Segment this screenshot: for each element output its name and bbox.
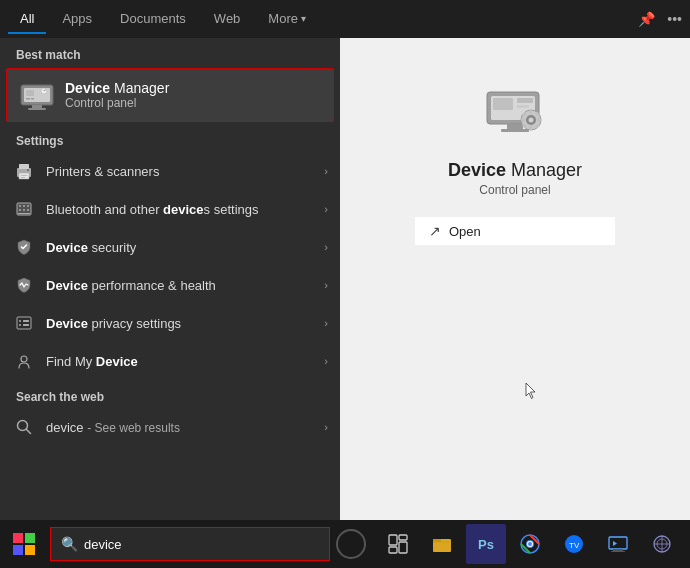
pin-icon[interactable]: 📌 <box>638 11 655 27</box>
svg-rect-27 <box>23 324 29 326</box>
start-button[interactable] <box>0 520 48 568</box>
chevron-right-icon: › <box>324 203 328 215</box>
search-web-icon <box>12 415 36 439</box>
chevron-right-icon: › <box>324 279 328 291</box>
svg-rect-51 <box>13 545 23 555</box>
ps-icon[interactable]: Ps <box>466 524 506 564</box>
svg-rect-7 <box>31 98 34 100</box>
svg-rect-34 <box>517 98 533 103</box>
svg-rect-33 <box>493 98 513 110</box>
svg-rect-53 <box>389 535 397 545</box>
app-subtitle: Control panel <box>479 183 550 197</box>
svg-rect-22 <box>18 213 30 214</box>
svg-rect-58 <box>433 539 441 542</box>
svg-point-16 <box>19 205 21 207</box>
tab-documents[interactable]: Documents <box>108 5 198 34</box>
search-web-item[interactable]: device - See web results › <box>0 408 340 446</box>
findmy-icon <box>12 349 36 373</box>
svg-point-21 <box>27 209 29 211</box>
best-match-text: Device Manager Control panel <box>65 80 169 110</box>
svg-point-40 <box>529 118 534 123</box>
tab-more[interactable]: More ▾ <box>256 5 318 34</box>
svg-line-30 <box>27 430 31 434</box>
svg-rect-5 <box>26 90 34 96</box>
teamviewer-icon[interactable]: TV <box>554 524 594 564</box>
menu-item-printers[interactable]: Printers & scanners › <box>0 152 340 190</box>
cortana-button[interactable] <box>336 529 366 559</box>
svg-rect-52 <box>25 545 35 555</box>
file-explorer-icon[interactable] <box>422 524 462 564</box>
svg-rect-55 <box>399 542 407 553</box>
search-web-label: Search the web <box>0 380 340 408</box>
svg-point-62 <box>528 542 532 546</box>
svg-rect-54 <box>399 535 407 540</box>
printer-icon <box>12 159 36 183</box>
menu-item-bluetooth[interactable]: Bluetooth and other devices settings › <box>0 190 340 228</box>
tab-apps[interactable]: Apps <box>50 5 104 34</box>
menu-item-security-label: Device security <box>46 240 324 255</box>
svg-point-24 <box>19 320 21 322</box>
svg-rect-26 <box>23 320 29 322</box>
svg-point-19 <box>23 209 25 211</box>
svg-point-13 <box>27 169 29 171</box>
chrome-icon[interactable] <box>510 524 550 564</box>
menu-item-printers-label: Printers & scanners <box>46 164 324 179</box>
privacy-icon <box>12 311 36 335</box>
device-manager-icon <box>19 77 55 113</box>
health-icon <box>12 273 36 297</box>
svg-point-25 <box>19 324 21 326</box>
chevron-right-icon: › <box>324 241 328 253</box>
menu-item-findmy-label: Find My Device <box>46 354 324 369</box>
taskbar-search[interactable]: 🔍 device <box>50 527 330 561</box>
chevron-right-icon: › <box>324 355 328 367</box>
left-panel: Best match <box>0 38 340 520</box>
search-icon: 🔍 <box>61 536 78 552</box>
open-button[interactable]: ↗ Open <box>415 217 615 245</box>
menu-item-security[interactable]: Device security › <box>0 228 340 266</box>
svg-rect-44 <box>537 119 541 122</box>
svg-rect-11 <box>21 175 27 176</box>
tab-actions: 📌 ••• <box>638 11 682 27</box>
menu-item-bluetooth-label: Bluetooth and other devices settings <box>46 202 324 217</box>
svg-rect-3 <box>28 108 46 110</box>
svg-rect-42 <box>530 126 533 130</box>
game-icon[interactable] <box>642 524 682 564</box>
svg-rect-66 <box>613 549 623 551</box>
app-icon-large <box>475 68 555 148</box>
svg-rect-35 <box>517 105 529 108</box>
content-area: Best match <box>0 38 690 520</box>
svg-rect-2 <box>32 105 42 108</box>
menu-item-findmy[interactable]: Find My Device › <box>0 342 340 380</box>
svg-point-20 <box>27 205 29 207</box>
more-options-icon[interactable]: ••• <box>667 11 682 27</box>
svg-rect-50 <box>25 533 35 543</box>
task-view-icon[interactable] <box>378 524 418 564</box>
taskbar-search-text: device <box>84 537 122 552</box>
right-panel: Device Manager Control panel ↗ Open <box>340 38 690 520</box>
best-match-label: Best match <box>0 38 340 66</box>
best-match-subtitle: Control panel <box>65 96 169 110</box>
shield-icon <box>12 235 36 259</box>
menu-item-privacy-label: Device privacy settings <box>46 316 324 331</box>
svg-rect-67 <box>611 551 625 552</box>
chevron-right-icon: › <box>324 317 328 329</box>
best-match-item[interactable]: Device Manager Control panel <box>6 68 334 122</box>
remote-desktop-icon[interactable] <box>598 524 638 564</box>
menu-item-health[interactable]: Device performance & health › <box>0 266 340 304</box>
svg-rect-41 <box>530 110 533 114</box>
svg-point-17 <box>19 209 21 211</box>
best-match-title: Device Manager <box>65 80 169 96</box>
tab-bar: All Apps Documents Web More ▾ 📌 ••• <box>0 0 690 38</box>
menu-item-privacy[interactable]: Device privacy settings › <box>0 304 340 342</box>
chevron-right-icon: › <box>324 421 328 433</box>
settings-label: Settings <box>0 124 340 152</box>
tab-web[interactable]: Web <box>202 5 253 34</box>
svg-rect-43 <box>521 119 525 122</box>
tab-all[interactable]: All <box>8 5 46 34</box>
bluetooth-icon <box>12 197 36 221</box>
svg-point-18 <box>23 205 25 207</box>
svg-rect-6 <box>26 98 30 100</box>
open-icon: ↗ <box>429 223 441 239</box>
svg-point-28 <box>21 356 27 362</box>
svg-rect-49 <box>13 533 23 543</box>
